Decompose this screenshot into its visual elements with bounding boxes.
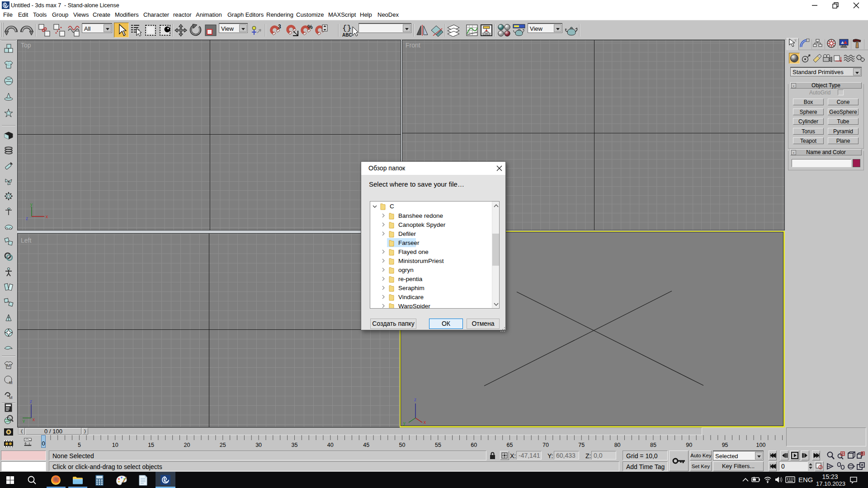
svg-text:3: 3 [278, 23, 281, 30]
svg-text:x: x [33, 417, 35, 422]
svg-text:y: y [403, 421, 406, 426]
svg-text:15: 15 [148, 442, 154, 448]
svg-text:60: 60 [471, 442, 477, 448]
svg-text:M: M [7, 363, 10, 368]
svg-text:80: 80 [614, 442, 621, 448]
svg-text:70: 70 [542, 442, 549, 448]
svg-text:20: 20 [184, 442, 190, 448]
svg-text:y: y [23, 418, 25, 423]
svg-text:{}: {} [342, 24, 351, 33]
svg-text:85: 85 [650, 442, 656, 448]
svg-text:ABC: ABC [342, 33, 352, 38]
svg-text:x: x [46, 214, 48, 219]
svg-text:10: 10 [112, 442, 118, 448]
svg-text:z: z [26, 216, 28, 221]
svg-text:95: 95 [722, 442, 728, 448]
svg-text:35: 35 [292, 442, 298, 448]
svg-text:M: M [9, 395, 13, 400]
svg-text:45: 45 [363, 442, 369, 448]
svg-text:90: 90 [686, 442, 692, 448]
svg-text:z: z [30, 399, 32, 404]
svg-text:25: 25 [220, 442, 226, 448]
svg-text:30: 30 [255, 442, 262, 448]
svg-text:M: M [9, 380, 13, 385]
svg-text:C: C [7, 63, 10, 67]
svg-text:40: 40 [327, 442, 334, 448]
svg-text:5: 5 [78, 442, 81, 448]
svg-text:y: y [30, 203, 33, 207]
svg-text:55: 55 [435, 442, 441, 448]
svg-text:%: % [307, 23, 313, 30]
svg-text:100: 100 [756, 442, 766, 448]
svg-text:z: z [414, 397, 416, 402]
svg-text:50: 50 [399, 442, 406, 448]
svg-text:x: x [424, 420, 426, 425]
svg-text:65: 65 [507, 442, 513, 448]
svg-text:75: 75 [578, 442, 585, 448]
